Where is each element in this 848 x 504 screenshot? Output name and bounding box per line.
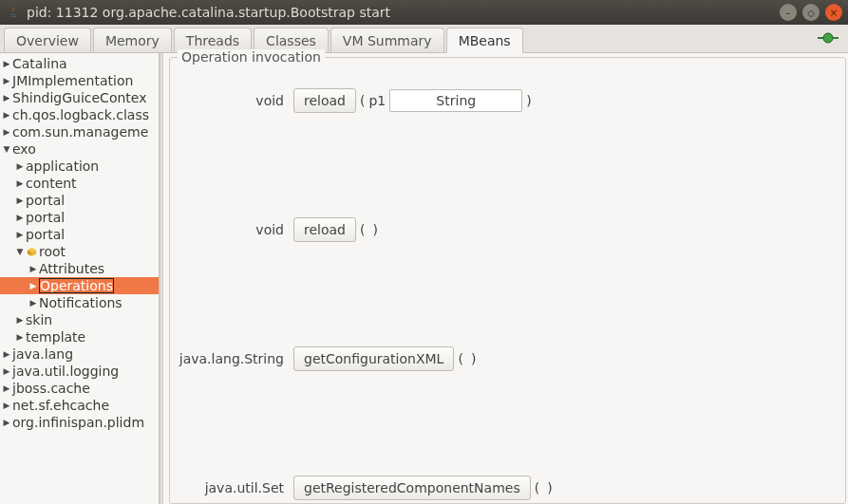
operation-row-getregisteredcomponentnames: java.util.Set getRegisteredComponentName… (170, 476, 834, 500)
tree-node-shindig[interactable]: ▶ShindigGuiceContex (0, 89, 159, 106)
tree-node-java-lang[interactable]: ▶java.lang (0, 345, 159, 363)
return-type: void (170, 93, 284, 108)
expand-icon: ▶ (15, 230, 25, 239)
mbean-tree[interactable]: ▶Catalina ▶JMImplementation ▶ShindigGuic… (0, 53, 160, 504)
invoke-reload-string-button[interactable]: reload (293, 88, 356, 113)
tree-node-exo-content[interactable]: ▶content (0, 175, 159, 192)
svg-point-1 (823, 33, 833, 43)
expand-icon: ▶ (28, 298, 38, 308)
tab-mbeans[interactable]: MBeans (446, 28, 523, 53)
expand-icon: ▶ (15, 332, 25, 342)
expand-icon: ▶ (2, 59, 11, 68)
tree-node-infinispan[interactable]: ▶org.infinispan.plidm (0, 414, 159, 431)
expand-icon: ▶ (15, 315, 25, 325)
window-close-button[interactable]: × (825, 4, 842, 21)
window-controls: – ◇ × (780, 4, 842, 21)
expand-icon: ▶ (2, 401, 11, 410)
main-split: ▶Catalina ▶JMImplementation ▶ShindigGuic… (0, 53, 848, 504)
expand-icon: ▶ (28, 281, 38, 290)
connection-status-icon (818, 31, 839, 45)
collapse-icon: ▼ (15, 247, 25, 256)
group-title: Operation invocation (178, 49, 325, 65)
expand-icon: ▶ (2, 383, 11, 393)
tree-node-exo-skin[interactable]: ▶skin (0, 311, 159, 328)
window-minimize-button[interactable]: – (780, 4, 797, 21)
java-app-icon (6, 5, 21, 20)
param-input-p1[interactable] (389, 89, 522, 112)
expand-icon: ▶ (15, 213, 25, 222)
expand-icon: ▶ (2, 76, 11, 85)
invoke-getregisteredcomponentnames-button[interactable]: getRegisteredComponentNames (293, 476, 531, 500)
tab-strip: Overview Memory Threads Classes VM Summa… (0, 25, 848, 53)
tree-node-exo-application[interactable]: ▶application (0, 158, 159, 175)
expand-icon: ▶ (2, 349, 11, 359)
tab-vm-summary[interactable]: VM Summary (330, 28, 444, 52)
return-type: java.util.Set (170, 480, 284, 495)
tree-node-root-attributes[interactable]: ▶Attributes (0, 260, 159, 277)
expand-icon: ▶ (2, 366, 11, 376)
open-paren: ( (458, 351, 462, 366)
expand-icon: ▶ (2, 110, 11, 120)
tree-node-sun-management[interactable]: ▶com.sun.manageme (0, 123, 159, 140)
expand-icon: ▶ (2, 127, 11, 137)
tree-node-exo-template[interactable]: ▶template (0, 328, 159, 345)
param-name-p1: p1 (368, 93, 386, 108)
tree-node-catalina[interactable]: ▶Catalina (0, 55, 159, 72)
tab-memory[interactable]: Memory (93, 28, 172, 52)
return-type: void (170, 222, 284, 237)
window-title: pid: 11312 org.apache.catalina.startup.B… (27, 5, 780, 20)
return-type: java.lang.String (170, 351, 284, 366)
close-paren: ) (526, 93, 531, 108)
operation-row-getconfigurationxml: java.lang.String getConfigurationXML ( ) (170, 346, 834, 371)
tree-node-root-notifications[interactable]: ▶Notifications (0, 294, 159, 311)
window-titlebar: pid: 11312 org.apache.catalina.startup.B… (0, 0, 848, 25)
operation-row-reload-void: void reload ( ) (170, 217, 834, 242)
close-paren: ) (471, 351, 476, 366)
invoke-getconfigurationxml-button[interactable]: getConfigurationXML (293, 346, 454, 371)
operations-panel: Operation invocation void reload ( p1 ) … (163, 53, 848, 504)
tree-node-jboss-cache[interactable]: ▶jboss.cache (0, 380, 159, 397)
expand-icon: ▶ (15, 196, 25, 205)
expand-icon: ▶ (15, 178, 25, 188)
tree-node-jmimplementation[interactable]: ▶JMImplementation (0, 72, 159, 89)
collapse-icon: ▼ (2, 144, 11, 154)
tab-overview[interactable]: Overview (4, 28, 91, 52)
tree-node-ehcache[interactable]: ▶net.sf.ehcache (0, 397, 159, 414)
expand-icon: ▶ (2, 418, 11, 427)
open-paren: ( (360, 93, 365, 108)
tree-node-logback[interactable]: ▶ch.qos.logback.class (0, 106, 159, 123)
tree-node-exo-portal-2[interactable]: ▶portal (0, 209, 159, 226)
close-paren: ) (547, 480, 552, 495)
tree-node-exo-portal-3[interactable]: ▶portal (0, 226, 159, 243)
tree-node-exo[interactable]: ▼exo (0, 140, 159, 158)
expand-icon: ▶ (28, 264, 38, 273)
tree-node-exo-root[interactable]: ▼ root (0, 243, 159, 260)
mbean-icon (26, 246, 37, 257)
close-paren: ) (372, 222, 377, 237)
invoke-reload-button[interactable]: reload (293, 217, 356, 242)
open-paren: ( (535, 480, 539, 495)
window-maximize-button[interactable]: ◇ (802, 4, 820, 21)
tree-node-java-util-logging[interactable]: ▶java.util.logging (0, 363, 159, 380)
operation-row-reload-string: void reload ( p1 ) (170, 88, 834, 113)
tree-node-root-operations[interactable]: ▶Operations (0, 277, 159, 294)
expand-icon: ▶ (15, 161, 25, 171)
open-paren: ( (360, 222, 365, 237)
tree-node-exo-portal-1[interactable]: ▶portal (0, 192, 159, 209)
expand-icon: ▶ (2, 93, 11, 103)
operation-invocation-group: Operation invocation void reload ( p1 ) … (169, 57, 846, 504)
